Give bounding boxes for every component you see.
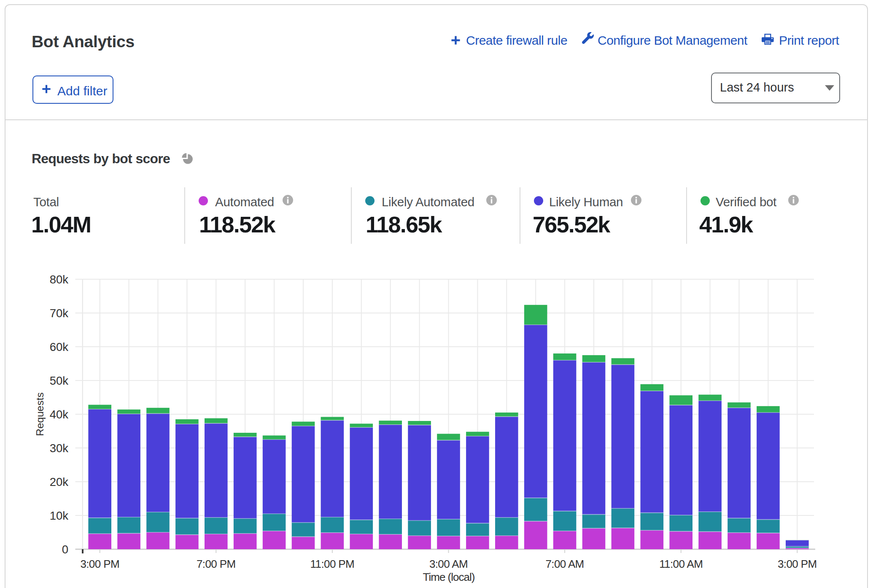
svg-text:50k: 50k	[50, 374, 69, 387]
svg-text:Time (local): Time (local)	[423, 571, 475, 583]
svg-text:3:00 PM: 3:00 PM	[80, 558, 119, 570]
svg-text:30k: 30k	[50, 442, 69, 455]
svg-text:60k: 60k	[50, 340, 69, 353]
svg-text:3:00 PM: 3:00 PM	[778, 558, 817, 570]
svg-text:11:00 AM: 11:00 AM	[659, 558, 703, 570]
svg-text:11:00 PM: 11:00 PM	[310, 558, 355, 570]
svg-text:40k: 40k	[50, 408, 69, 421]
svg-text:7:00 PM: 7:00 PM	[197, 558, 236, 570]
svg-text:70k: 70k	[50, 307, 69, 320]
svg-text:0: 0	[62, 543, 68, 556]
svg-text:3:00 AM: 3:00 AM	[429, 558, 468, 570]
svg-text:7:00 AM: 7:00 AM	[545, 558, 584, 570]
svg-text:10k: 10k	[50, 509, 69, 522]
svg-text:Requests: Requests	[34, 392, 46, 436]
svg-text:20k: 20k	[50, 475, 69, 488]
svg-text:80k: 80k	[50, 273, 69, 286]
